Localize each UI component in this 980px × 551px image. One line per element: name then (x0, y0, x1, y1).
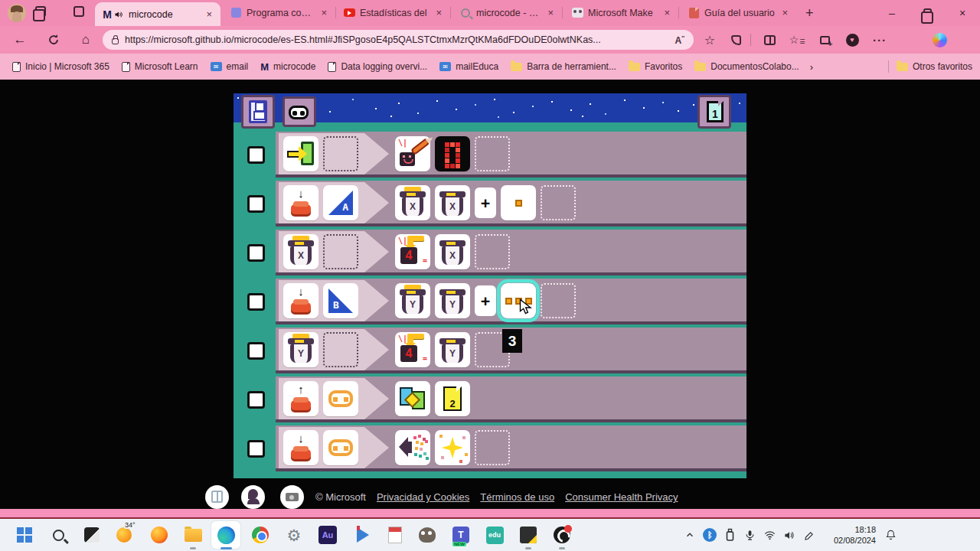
empty-when-slot[interactable] (323, 332, 358, 367)
minimize-button[interactable]: – (876, 0, 908, 25)
extensions-icon[interactable] (727, 32, 744, 47)
usb-icon[interactable] (720, 525, 740, 545)
rule-checkbox[interactable] (247, 440, 265, 458)
bookmark-folder-barra[interactable]: Barra de herramient... (511, 61, 616, 72)
add-tile-button[interactable]: + (475, 285, 496, 316)
other-favorites-folder[interactable]: Otros favoritos (897, 61, 972, 72)
tab-busqueda[interactable]: microcode - Bús × (453, 0, 562, 25)
settings-gear-icon[interactable]: ⚙ (283, 524, 305, 546)
tile-logo-face[interactable] (323, 430, 358, 465)
tile-show-number[interactable]: 4\|= (395, 332, 430, 367)
document-app-icon[interactable] (384, 524, 406, 546)
rule-checkbox[interactable] (247, 391, 265, 409)
address-bar[interactable]: https://microsoft.github.io/microcode/es… (103, 30, 694, 50)
bookmark-folder-documentos[interactable]: DocumentosColabo... (694, 61, 799, 72)
privacy-link[interactable]: Privacidad y Cookies (377, 491, 469, 503)
home-icon[interactable]: ⌂ (77, 31, 95, 49)
tab-close-icon[interactable]: × (204, 8, 214, 20)
tile-paint-screen[interactable]: \| (395, 136, 430, 171)
microphone-icon[interactable] (740, 525, 760, 545)
tab-programa[interactable]: Programa con M × (224, 0, 335, 25)
terms-link[interactable]: Términos de uso (480, 491, 554, 503)
tile-play-sound[interactable] (395, 430, 430, 465)
empty-do-slot[interactable] (475, 136, 510, 171)
rule-checkbox[interactable] (247, 293, 265, 311)
tile-button-release[interactable]: ↑ (283, 381, 318, 416)
profile-avatar[interactable] (8, 4, 26, 22)
tab-audio-icon[interactable] (113, 10, 124, 19)
tile-led-display[interactable] (435, 136, 470, 171)
tile-value-1[interactable] (501, 185, 536, 220)
tab-microcode[interactable]: M microcode × (95, 2, 220, 26)
dark-app-icon[interactable] (518, 524, 539, 546)
firefox-icon[interactable] (149, 524, 170, 546)
tile-cup-x[interactable]: X (435, 185, 470, 220)
health-privacy-link[interactable]: Consumer Health Privacy (565, 491, 678, 503)
copilot-icon[interactable] (931, 32, 948, 47)
tab-close-icon[interactable]: × (318, 7, 329, 18)
video-button[interactable] (280, 485, 304, 509)
tab-close-icon[interactable]: × (433, 7, 444, 18)
empty-when-slot[interactable] (323, 234, 358, 269)
file-explorer-icon[interactable] (182, 524, 204, 546)
favorite-star-icon[interactable]: ☆ (701, 32, 718, 47)
rule-checkbox[interactable] (247, 342, 265, 360)
split-screen-icon[interactable] (761, 32, 778, 47)
page-button[interactable]: 1 (697, 95, 731, 129)
widgets-button[interactable] (81, 524, 103, 546)
empty-when-slot[interactable] (323, 136, 358, 171)
tab-guia[interactable]: Guía del usuario × (681, 0, 796, 25)
tab-close-icon[interactable]: × (545, 7, 556, 18)
clock[interactable]: 18:18 02/08/2024 (819, 524, 876, 546)
empty-do-slot[interactable] (475, 430, 510, 465)
bookmark-mslearn[interactable]: Microsoft Learn (122, 61, 198, 72)
bookmark-inicio[interactable]: Inicio | Microsoft 365 (12, 61, 109, 72)
chrome-icon[interactable] (250, 524, 271, 546)
rule-checkbox[interactable] (247, 146, 265, 164)
tab-actions-icon[interactable] (74, 6, 87, 20)
teams-icon[interactable]: TNEW (450, 524, 472, 546)
edu-app-icon[interactable]: edu (484, 524, 505, 546)
search-button[interactable] (47, 524, 69, 546)
media-player-icon[interactable] (352, 524, 374, 546)
read-aloud-icon[interactable]: A (675, 34, 684, 46)
tile-switch-page[interactable] (395, 381, 430, 416)
tab-close-icon[interactable]: × (662, 7, 672, 18)
tab-close-icon[interactable]: × (779, 7, 790, 18)
bookmark-microcode[interactable]: Mmicrocode (260, 61, 315, 73)
new-tab-button[interactable]: + (805, 5, 814, 21)
wifi-icon[interactable] (760, 525, 779, 545)
back-icon[interactable]: ← (11, 31, 29, 49)
empty-do-slot[interactable] (475, 234, 510, 269)
favorites-list-icon[interactable]: ☆ (789, 32, 805, 47)
tile-cup-y-changed[interactable]: Y (283, 332, 318, 367)
tile-button-press[interactable]: ↓ (283, 430, 318, 465)
tile-show-number[interactable]: 4\|= (395, 234, 430, 269)
tile-button-press[interactable]: ↓ (283, 185, 318, 220)
bookmark-folder-favoritos[interactable]: Favoritos (629, 61, 682, 72)
empty-do-slot[interactable] (541, 283, 576, 318)
tile-cup-y[interactable]: Y (435, 332, 470, 367)
edge-icon[interactable] (215, 524, 237, 546)
tile-logo-face[interactable] (323, 381, 358, 416)
tile-cup-y[interactable]: Y (435, 283, 470, 318)
collections-icon[interactable] (816, 32, 833, 47)
obs-icon[interactable] (551, 524, 573, 546)
close-button[interactable]: × (946, 0, 978, 25)
feedback-button[interactable] (241, 485, 265, 509)
empty-do-slot[interactable] (541, 185, 576, 220)
workspaces-icon[interactable] (35, 6, 49, 20)
rule-checkbox[interactable] (247, 244, 265, 262)
tile-button-a[interactable]: A (323, 185, 358, 220)
save-button[interactable] (241, 95, 275, 129)
pen-icon[interactable] (799, 525, 819, 545)
tab-makecode[interactable]: Microsoft Make × (565, 0, 678, 25)
tile-sparkle[interactable] (435, 430, 470, 465)
weather-widget[interactable]: 34° (113, 524, 135, 546)
bluetooth-icon[interactable]: ᛒ (700, 525, 720, 545)
notifications-bell-icon[interactable] (880, 525, 900, 545)
tile-pour-cup-y[interactable]: Y (395, 283, 430, 318)
tray-chevron-icon[interactable] (680, 525, 700, 545)
restore-button[interactable] (911, 0, 943, 25)
tile-start-event[interactable] (283, 136, 318, 171)
